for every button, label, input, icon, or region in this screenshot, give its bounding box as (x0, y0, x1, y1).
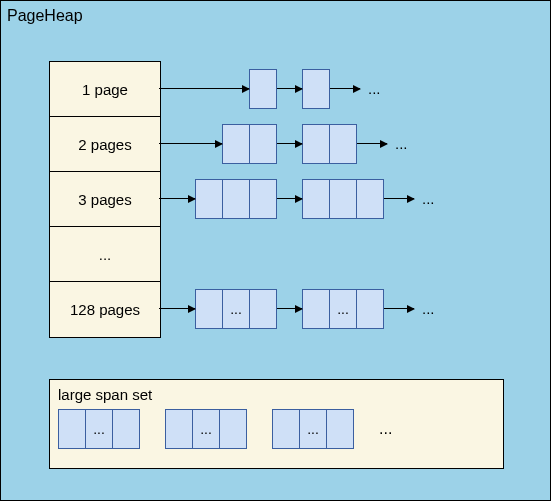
span-box (195, 179, 277, 219)
span-box (249, 69, 277, 109)
arrow (159, 198, 195, 200)
page-cell (196, 180, 223, 218)
large-span-set: large span set ............ (49, 379, 504, 469)
arrow (330, 88, 360, 90)
size-class-cell: 3 pages (50, 172, 160, 227)
page-cell (303, 70, 329, 108)
size-class-table: 1 page2 pages3 pages...128 pages (49, 61, 161, 338)
page-cell: ... (86, 410, 113, 448)
span-box: ... (302, 289, 384, 329)
span-box (302, 69, 330, 109)
page-cell (303, 180, 330, 218)
page-cell (250, 180, 276, 218)
arrow (159, 143, 222, 145)
span-box (222, 124, 277, 164)
large-span-row: ............ (58, 409, 495, 449)
arrow (159, 88, 249, 90)
page-cell: ... (330, 290, 357, 328)
span-box: ... (58, 409, 140, 449)
page-cell (273, 410, 300, 448)
page-cell (223, 125, 250, 163)
page-cell (303, 290, 330, 328)
size-class-cell: ... (50, 227, 160, 282)
page-cell (327, 410, 353, 448)
ellipsis: ... (422, 300, 435, 317)
span-box (302, 179, 384, 219)
page-cell: ... (300, 410, 327, 448)
span-list-row: ... (159, 171, 435, 226)
page-cell (196, 290, 223, 328)
page-cell: ... (223, 290, 250, 328)
page-cell (59, 410, 86, 448)
page-cell (357, 180, 383, 218)
span-box: ... (195, 289, 277, 329)
page-cell (250, 70, 276, 108)
page-cell (223, 180, 250, 218)
page-cell (113, 410, 139, 448)
arrow (159, 308, 195, 310)
arrow (384, 198, 414, 200)
arrow (277, 143, 302, 145)
pageheap-diagram: PageHeap 1 page2 pages3 pages...128 page… (0, 0, 551, 501)
arrow (357, 143, 387, 145)
page-cell (220, 410, 246, 448)
page-cell (330, 180, 357, 218)
ellipsis: ... (395, 135, 408, 152)
diagram-title: PageHeap (7, 7, 83, 25)
size-class-cell: 2 pages (50, 117, 160, 172)
page-cell (303, 125, 330, 163)
large-span-set-label: large span set (58, 386, 495, 403)
page-cell: ... (193, 410, 220, 448)
ellipsis: ... (379, 420, 392, 438)
arrow (277, 308, 302, 310)
size-class-cell: 1 page (50, 62, 160, 117)
arrow (384, 308, 414, 310)
arrow (277, 198, 302, 200)
span-box: ... (272, 409, 354, 449)
span-list-row: ......... (159, 281, 435, 336)
arrow (277, 88, 302, 90)
span-box: ... (165, 409, 247, 449)
page-cell (330, 125, 356, 163)
ellipsis: ... (368, 80, 381, 97)
size-class-cell: 128 pages (50, 282, 160, 337)
span-list-row: ... (159, 61, 381, 116)
span-list-row: ... (159, 116, 408, 171)
page-cell (250, 290, 276, 328)
ellipsis: ... (422, 190, 435, 207)
page-cell (166, 410, 193, 448)
page-cell (250, 125, 276, 163)
span-box (302, 124, 357, 164)
page-cell (357, 290, 383, 328)
